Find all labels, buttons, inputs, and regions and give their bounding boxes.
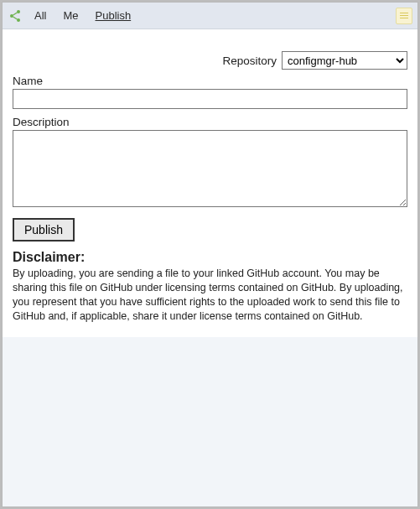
tab-me[interactable]: Me — [58, 9, 83, 22]
repository-row: Repository configmgr-hub — [13, 51, 407, 70]
svg-line-4 — [13, 17, 18, 19]
description-input[interactable] — [13, 130, 407, 207]
publish-button[interactable]: Publish — [13, 218, 75, 242]
share-icon — [8, 8, 23, 23]
name-label: Name — [13, 75, 407, 87]
svg-line-3 — [13, 13, 18, 15]
publish-panel: Repository configmgr-hub Name Descriptio… — [3, 29, 417, 337]
hamburger-menu-icon[interactable] — [396, 8, 412, 24]
empty-area — [3, 337, 417, 507]
name-input[interactable] — [13, 89, 407, 109]
repository-label: Repository — [222, 55, 277, 67]
tab-all[interactable]: All — [29, 9, 51, 22]
tab-publish[interactable]: Publish — [91, 9, 137, 22]
toolbar: All Me Publish — [3, 3, 417, 29]
disclaimer-heading: Disclaimer: — [13, 250, 407, 265]
disclaimer-text: By uploading, you are sending a file to … — [13, 267, 407, 324]
description-label: Description — [13, 116, 407, 128]
app-frame: All Me Publish Repository configmgr-hub … — [2, 2, 418, 507]
repository-select[interactable]: configmgr-hub — [282, 51, 407, 70]
